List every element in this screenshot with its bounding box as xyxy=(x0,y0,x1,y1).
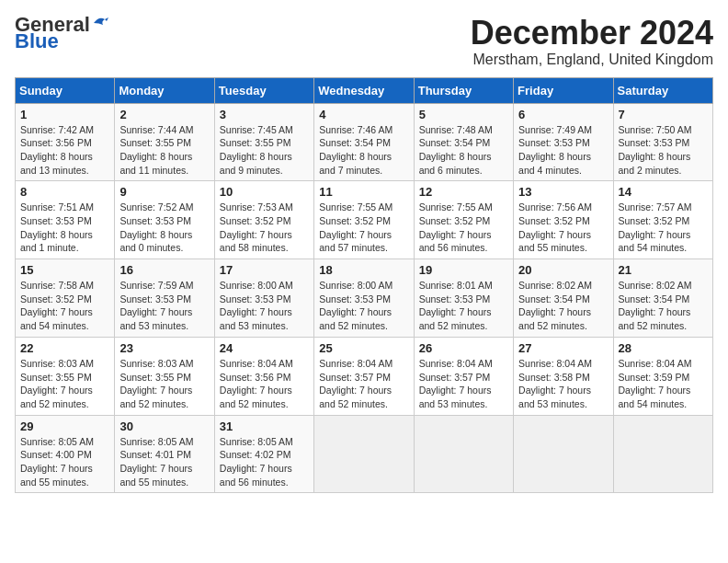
cell-info: Sunset: 3:59 PM xyxy=(619,371,708,385)
calendar-cell: 2Sunrise: 7:44 AMSunset: 3:55 PMDaylight… xyxy=(115,103,214,181)
cell-info: Daylight: 7 hours and 52 minutes. xyxy=(220,384,309,410)
cell-info: Daylight: 7 hours and 52 minutes. xyxy=(518,305,608,332)
cell-info: Sunset: 3:54 PM xyxy=(419,136,508,150)
cell-info: Sunset: 3:53 PM xyxy=(319,293,408,306)
cell-info: Sunset: 3:53 PM xyxy=(20,214,109,228)
cell-info: Sunrise: 7:56 AM xyxy=(518,201,608,214)
calendar-table: Sunday Monday Tuesday Wednesday Thursday… xyxy=(15,77,713,494)
day-number: 30 xyxy=(119,419,209,433)
cell-info: Daylight: 7 hours and 55 minutes. xyxy=(20,462,109,488)
cell-info: Sunset: 3:52 PM xyxy=(419,214,508,228)
cell-info: Sunset: 3:54 PM xyxy=(619,293,708,306)
cell-info: Sunrise: 7:55 AM xyxy=(319,201,408,214)
cell-info: Daylight: 8 hours and 9 minutes. xyxy=(220,150,309,177)
cell-info: Sunrise: 8:04 AM xyxy=(619,357,708,371)
cell-info: Sunset: 4:02 PM xyxy=(220,448,309,462)
calendar-cell: 6Sunrise: 7:49 AMSunset: 3:53 PMDaylight… xyxy=(514,103,613,181)
cell-info: Daylight: 8 hours and 0 minutes. xyxy=(119,228,209,255)
cell-info: Sunset: 3:55 PM xyxy=(20,371,109,385)
calendar-cell: 3Sunrise: 7:45 AMSunset: 3:55 PMDaylight… xyxy=(214,103,313,181)
cell-info: Daylight: 7 hours and 52 minutes. xyxy=(419,305,508,332)
logo-bird-icon xyxy=(92,14,110,32)
cell-info: Daylight: 8 hours and 4 minutes. xyxy=(518,150,608,177)
day-number: 3 xyxy=(220,108,309,121)
cell-info: Daylight: 7 hours and 55 minutes. xyxy=(119,462,209,488)
day-number: 28 xyxy=(619,341,708,355)
cell-info: Sunset: 3:53 PM xyxy=(419,293,508,306)
calendar-cell: 25Sunrise: 8:04 AMSunset: 3:57 PMDayligh… xyxy=(314,337,414,415)
cell-info: Sunrise: 8:03 AM xyxy=(119,357,209,371)
cell-info: Sunrise: 7:59 AM xyxy=(119,279,209,293)
logo: General Blue xyxy=(15,15,110,52)
calendar-header-row: Sunday Monday Tuesday Wednesday Thursday… xyxy=(16,77,713,103)
calendar-cell: 13Sunrise: 7:56 AMSunset: 3:52 PMDayligh… xyxy=(514,181,613,259)
calendar-cell: 20Sunrise: 8:02 AMSunset: 3:54 PMDayligh… xyxy=(514,259,613,338)
cell-info: Daylight: 7 hours and 52 minutes. xyxy=(619,305,708,332)
cell-info: Sunrise: 7:51 AM xyxy=(20,201,109,214)
col-tuesday: Tuesday xyxy=(214,77,313,103)
cell-info: Sunrise: 7:50 AM xyxy=(619,123,708,137)
cell-info: Sunset: 3:55 PM xyxy=(220,136,309,150)
day-number: 29 xyxy=(20,419,109,433)
calendar-cell: 11Sunrise: 7:55 AMSunset: 3:52 PMDayligh… xyxy=(314,181,414,259)
cell-info: Sunrise: 7:53 AM xyxy=(220,201,309,214)
calendar-cell: 15Sunrise: 7:58 AMSunset: 3:52 PMDayligh… xyxy=(16,259,115,338)
calendar-cell: 14Sunrise: 7:57 AMSunset: 3:52 PMDayligh… xyxy=(613,181,712,259)
cell-info: Sunrise: 7:48 AM xyxy=(419,123,508,137)
calendar-cell: 7Sunrise: 7:50 AMSunset: 3:53 PMDaylight… xyxy=(613,103,712,181)
cell-info: Sunrise: 7:49 AM xyxy=(518,123,608,137)
cell-info: Sunrise: 7:42 AM xyxy=(20,123,109,137)
cell-info: Sunrise: 7:44 AM xyxy=(119,123,209,137)
cell-info: Sunrise: 8:05 AM xyxy=(20,435,109,449)
day-number: 17 xyxy=(220,263,309,277)
cell-info: Daylight: 8 hours and 13 minutes. xyxy=(20,150,109,177)
day-number: 31 xyxy=(220,419,309,433)
cell-info: Daylight: 7 hours and 53 minutes. xyxy=(419,384,508,410)
day-number: 1 xyxy=(20,108,109,121)
day-number: 18 xyxy=(319,263,408,277)
day-number: 16 xyxy=(119,263,209,277)
day-number: 22 xyxy=(20,341,109,355)
cell-info: Daylight: 7 hours and 52 minutes. xyxy=(119,384,209,410)
cell-info: Sunrise: 7:46 AM xyxy=(319,123,408,137)
calendar-cell: 26Sunrise: 8:04 AMSunset: 3:57 PMDayligh… xyxy=(414,337,513,415)
cell-info: Daylight: 8 hours and 6 minutes. xyxy=(419,150,508,177)
calendar-week-4: 22Sunrise: 8:03 AMSunset: 3:55 PMDayligh… xyxy=(16,337,713,415)
month-title: December 2024 xyxy=(471,15,713,52)
cell-info: Sunrise: 8:04 AM xyxy=(518,357,608,371)
day-number: 25 xyxy=(319,341,408,355)
calendar-cell: 4Sunrise: 7:46 AMSunset: 3:54 PMDaylight… xyxy=(314,103,414,181)
cell-info: Sunrise: 8:03 AM xyxy=(20,357,109,371)
cell-info: Sunset: 3:53 PM xyxy=(119,293,209,306)
cell-info: Sunrise: 8:05 AM xyxy=(220,435,309,449)
col-sunday: Sunday xyxy=(16,77,115,103)
cell-info: Sunrise: 8:04 AM xyxy=(220,357,309,371)
cell-info: Sunset: 4:01 PM xyxy=(119,448,209,462)
calendar-cell: 8Sunrise: 7:51 AMSunset: 3:53 PMDaylight… xyxy=(16,181,115,259)
cell-info: Sunset: 3:52 PM xyxy=(319,214,408,228)
calendar-cell: 29Sunrise: 8:05 AMSunset: 4:00 PMDayligh… xyxy=(16,415,115,493)
cell-info: Sunrise: 8:00 AM xyxy=(319,279,408,293)
cell-info: Sunset: 3:52 PM xyxy=(518,214,608,228)
cell-info: Daylight: 7 hours and 53 minutes. xyxy=(119,305,209,332)
cell-info: Sunrise: 8:02 AM xyxy=(619,279,708,293)
title-block: December 2024 Merstham, England, United … xyxy=(471,15,713,68)
cell-info: Daylight: 7 hours and 58 minutes. xyxy=(220,228,309,255)
cell-info: Sunrise: 7:55 AM xyxy=(419,201,508,214)
day-number: 26 xyxy=(419,341,508,355)
day-number: 7 xyxy=(619,108,708,121)
calendar-cell xyxy=(613,415,712,493)
cell-info: Sunrise: 8:00 AM xyxy=(220,279,309,293)
day-number: 2 xyxy=(119,108,209,121)
cell-info: Sunset: 3:55 PM xyxy=(119,136,209,150)
cell-info: Daylight: 7 hours and 57 minutes. xyxy=(319,228,408,255)
cell-info: Daylight: 8 hours and 2 minutes. xyxy=(619,150,708,177)
cell-info: Sunset: 3:53 PM xyxy=(119,214,209,228)
cell-info: Sunrise: 8:01 AM xyxy=(419,279,508,293)
col-thursday: Thursday xyxy=(414,77,513,103)
calendar-cell: 5Sunrise: 7:48 AMSunset: 3:54 PMDaylight… xyxy=(414,103,513,181)
calendar-cell xyxy=(514,415,613,493)
cell-info: Daylight: 7 hours and 54 minutes. xyxy=(619,384,708,410)
cell-info: Sunset: 3:52 PM xyxy=(619,214,708,228)
cell-info: Sunset: 3:53 PM xyxy=(518,136,608,150)
